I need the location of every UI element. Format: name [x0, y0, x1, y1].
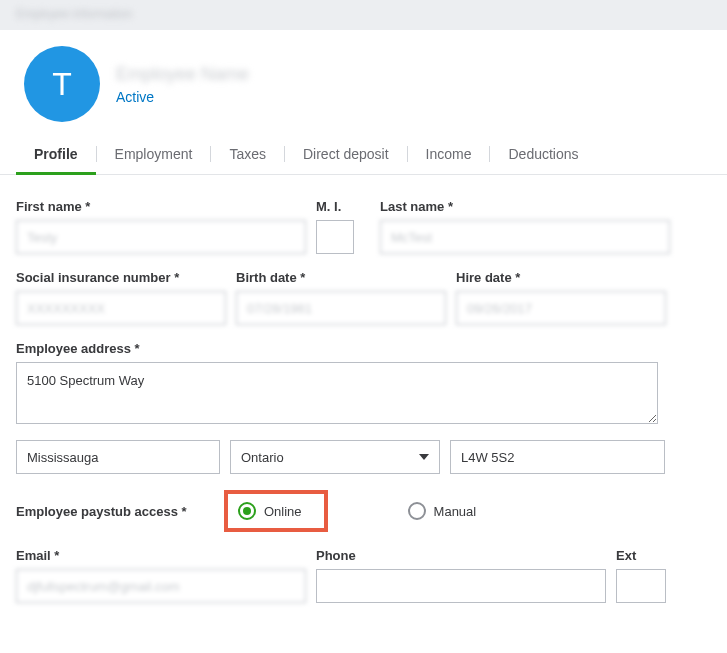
label-paystub-access: Employee paystub access * — [16, 504, 200, 519]
employee-name: Employee Name — [116, 64, 249, 85]
form-area: First name * M. I. Last name * Social in… — [0, 175, 727, 643]
province-value: Ontario — [241, 450, 284, 465]
radio-manual[interactable]: Manual — [408, 502, 477, 520]
avatar-letter: T — [52, 66, 72, 103]
label-last-name: Last name * — [380, 199, 670, 214]
radio-online[interactable]: Online — [238, 502, 302, 520]
radio-icon — [238, 502, 256, 520]
city-input[interactable] — [16, 440, 220, 474]
status-link[interactable]: Active — [116, 89, 249, 105]
radio-online-label: Online — [264, 504, 302, 519]
label-sin: Social insurance number * — [16, 270, 226, 285]
tab-profile[interactable]: Profile — [16, 134, 96, 174]
postal-input[interactable] — [450, 440, 665, 474]
tabs: Profile Employment Taxes Direct deposit … — [0, 134, 727, 175]
address-input[interactable]: 5100 Spectrum Way — [16, 362, 658, 424]
label-first-name: First name * — [16, 199, 306, 214]
phone-input[interactable] — [316, 569, 606, 603]
chevron-down-icon — [419, 454, 429, 460]
mi-input[interactable] — [316, 220, 354, 254]
avatar: T — [24, 46, 100, 122]
top-bar: Employee information — [0, 0, 727, 30]
top-bar-text: Employee information — [16, 7, 132, 21]
last-name-input[interactable] — [380, 220, 670, 254]
radio-icon — [408, 502, 426, 520]
radio-manual-label: Manual — [434, 504, 477, 519]
employee-header: T Employee Name Active — [0, 30, 727, 134]
label-ext: Ext — [616, 548, 666, 563]
birth-date-input[interactable] — [236, 291, 446, 325]
province-select[interactable]: Ontario — [230, 440, 440, 474]
tab-employment[interactable]: Employment — [97, 134, 211, 174]
tab-deductions[interactable]: Deductions — [490, 134, 596, 174]
tab-taxes[interactable]: Taxes — [211, 134, 284, 174]
tab-income[interactable]: Income — [408, 134, 490, 174]
label-phone: Phone — [316, 548, 606, 563]
label-mi: M. I. — [316, 199, 354, 214]
label-birth-date: Birth date * — [236, 270, 446, 285]
ext-input[interactable] — [616, 569, 666, 603]
tab-direct-deposit[interactable]: Direct deposit — [285, 134, 407, 174]
email-input[interactable] — [16, 569, 306, 603]
label-email: Email * — [16, 548, 306, 563]
sin-input[interactable] — [16, 291, 226, 325]
hire-date-input[interactable] — [456, 291, 666, 325]
label-address: Employee address * — [16, 341, 658, 356]
first-name-input[interactable] — [16, 220, 306, 254]
label-hire-date: Hire date * — [456, 270, 666, 285]
highlight-online-option: Online — [224, 490, 328, 532]
